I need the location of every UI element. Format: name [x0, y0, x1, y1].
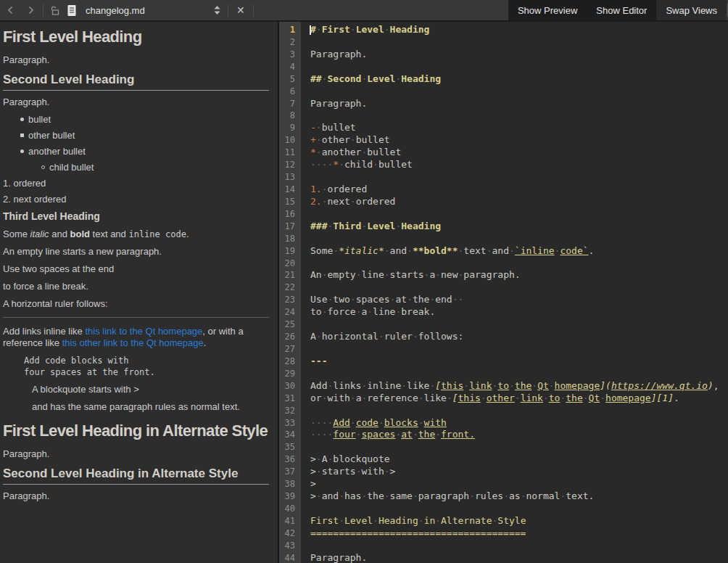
line-number[interactable]: 23 [279, 294, 301, 306]
source-line[interactable]: 42====================================== [279, 527, 728, 540]
line-number[interactable]: 10 [279, 134, 301, 147]
source-line[interactable]: 6 [279, 86, 728, 98]
qt-homepage-link[interactable]: this link to the Qt homepage [85, 326, 202, 337]
line-number[interactable]: 26 [279, 331, 301, 343]
source-line[interactable]: 30Add·links·inline·like·[this·link·to·th… [279, 380, 728, 393]
source-line[interactable]: 7Paragraph. [279, 98, 728, 110]
line-number[interactable]: 31 [279, 393, 301, 405]
source-line[interactable]: 23Use·two·spaces·at·the·end·· [279, 294, 728, 306]
source-line[interactable]: 44Paragraph. [279, 552, 728, 563]
line-number[interactable]: 35 [279, 441, 301, 453]
line-number[interactable]: 22 [279, 282, 301, 294]
line-number[interactable]: 38 [279, 478, 301, 490]
line-number[interactable]: 11 [279, 147, 301, 159]
line-number[interactable]: 29 [279, 368, 301, 380]
line-number[interactable]: 44 [279, 552, 301, 563]
line-number[interactable]: 24 [279, 306, 301, 319]
back-button[interactable] [2, 1, 20, 19]
line-number[interactable]: 1 [279, 24, 301, 36]
source-line[interactable]: 4 [279, 61, 728, 73]
line-number[interactable]: 34 [279, 429, 301, 441]
source-line[interactable]: 141.·ordered [279, 184, 728, 196]
line-number[interactable]: 14 [279, 184, 301, 196]
source-line[interactable]: 33····Add·code·blocks·with [279, 417, 728, 430]
source-line[interactable]: 152.·next·ordered [279, 196, 728, 208]
line-number[interactable]: 42 [279, 527, 301, 540]
line-number[interactable]: 5 [279, 73, 301, 86]
source-line[interactable]: 1#·First·Level·Heading [279, 24, 728, 36]
line-number[interactable]: 30 [279, 380, 301, 393]
markdown-source-editor-pane[interactable]: 1#·First·Level·Heading23Paragraph.45##·S… [279, 22, 728, 563]
source-line[interactable]: 35 [279, 441, 728, 453]
swap-views-button[interactable]: Swap Views [656, 0, 727, 20]
source-line[interactable]: 2 [279, 36, 728, 49]
source-line[interactable]: 10+·other·bullet [279, 134, 728, 147]
source-line[interactable]: 5##·Second·Level·Heading [279, 73, 728, 86]
source-line[interactable]: 13 [279, 171, 728, 184]
line-number[interactable]: 33 [279, 417, 301, 430]
close-document-button[interactable]: ✕ [232, 0, 249, 20]
line-number[interactable]: 7 [279, 98, 301, 110]
line-number[interactable]: 9 [279, 122, 301, 134]
line-number[interactable]: 2 [279, 36, 301, 49]
source-line[interactable]: 22 [279, 282, 728, 294]
source-line[interactable]: 41First·Level·Heading·in·Alternate·Style [279, 515, 728, 527]
line-number[interactable]: 27 [279, 343, 301, 356]
source-line[interactable]: 26A·horizontal·ruler·follows: [279, 331, 728, 343]
line-number[interactable]: 40 [279, 503, 301, 515]
source-line[interactable]: 43 [279, 540, 728, 552]
source-line[interactable]: 25 [279, 319, 728, 331]
line-number[interactable]: 3 [279, 49, 301, 61]
line-number[interactable]: 21 [279, 269, 301, 282]
forward-button[interactable] [22, 1, 39, 19]
source-line[interactable]: 37>·starts·with·> [279, 466, 728, 478]
line-number[interactable]: 4 [279, 61, 301, 73]
source-line[interactable]: 8 [279, 110, 728, 122]
source-line[interactable]: 12····*·child·bullet [279, 159, 728, 171]
line-number[interactable]: 15 [279, 196, 301, 208]
document-selector-button[interactable] [213, 5, 221, 15]
source-line[interactable]: 29 [279, 368, 728, 380]
line-number[interactable]: 28 [279, 356, 301, 368]
line-number[interactable]: 19 [279, 245, 301, 258]
qt-homepage-reference-link[interactable]: this other link to the Qt homepage [62, 337, 204, 348]
line-number[interactable]: 36 [279, 453, 301, 466]
line-number[interactable]: 18 [279, 233, 301, 245]
line-number[interactable]: 37 [279, 466, 301, 478]
line-number[interactable]: 8 [279, 110, 301, 122]
source-line[interactable]: 9-·bullet [279, 122, 728, 134]
lock-toggle-button[interactable] [50, 5, 61, 16]
source-line[interactable]: 28--- [279, 356, 728, 368]
source-line[interactable]: 36>·A·blockquote [279, 453, 728, 466]
source-line[interactable]: 34····four·spaces·at·the·front. [279, 429, 728, 441]
source-line[interactable]: 18 [279, 233, 728, 245]
line-number[interactable]: 12 [279, 159, 301, 171]
source-line[interactable]: 16 [279, 208, 728, 221]
line-number[interactable]: 39 [279, 490, 301, 503]
source-line[interactable]: 21An·empty·line·starts·a·new·paragraph. [279, 269, 728, 282]
show-editor-button[interactable]: Show Editor [587, 0, 656, 20]
line-number[interactable]: 43 [279, 540, 301, 552]
source-line[interactable]: 11*·another·bullet [279, 147, 728, 159]
line-number[interactable]: 13 [279, 171, 301, 184]
line-number[interactable]: 41 [279, 515, 301, 527]
line-number[interactable]: 6 [279, 86, 301, 98]
source-line[interactable]: 17###·Third·Level·Heading [279, 221, 728, 233]
source-line[interactable]: 24to·force·a·line·break. [279, 306, 728, 319]
source-line[interactable]: 31or·with·a·reference·like·[this·other·l… [279, 393, 728, 405]
source-line[interactable]: 20 [279, 258, 728, 270]
line-number[interactable]: 20 [279, 258, 301, 270]
source-line[interactable]: 40 [279, 503, 728, 515]
open-document-title[interactable]: changelog.md [86, 5, 210, 16]
line-number[interactable]: 16 [279, 208, 301, 221]
source-line[interactable]: 38> [279, 478, 728, 490]
line-number[interactable]: 17 [279, 221, 301, 233]
source-line[interactable]: 19Some·*italic*·and·**bold**·text·and·`i… [279, 245, 728, 258]
source-line[interactable]: 39>·and·has·the·same·paragraph·rules·as·… [279, 490, 728, 503]
source-line[interactable]: 3Paragraph. [279, 49, 728, 61]
markdown-preview-pane[interactable]: First Level Heading Paragraph. Second Le… [0, 22, 279, 563]
source-line[interactable]: 27 [279, 343, 728, 356]
show-preview-button[interactable]: Show Preview [508, 0, 587, 20]
line-number[interactable]: 25 [279, 319, 301, 331]
source-line[interactable]: 32 [279, 405, 728, 417]
